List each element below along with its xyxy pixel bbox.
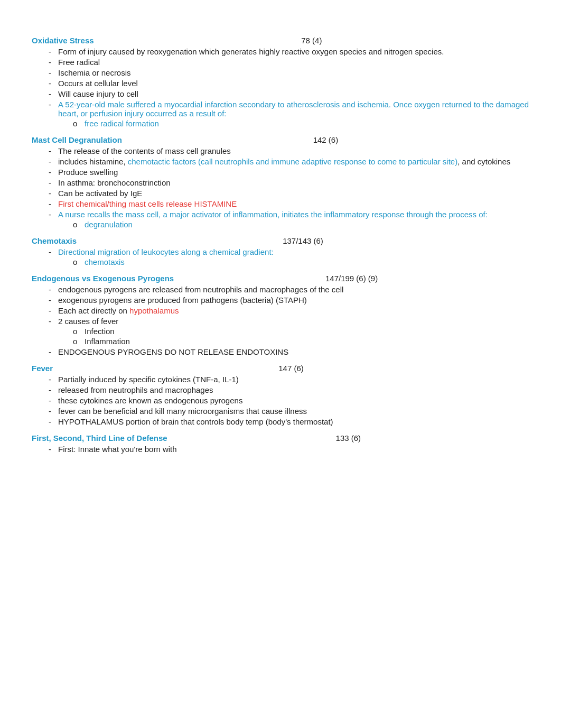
text-part: Each act directly on	[58, 306, 129, 315]
section-ref-lines-of-defense: 133 (6)	[167, 434, 529, 443]
bullet-item: HYPOTHALAMUS portion of brain that contr…	[49, 417, 529, 426]
section-title-chemotaxis: Chemotaxis	[32, 236, 77, 245]
sub-item: Inflammation	[73, 337, 529, 346]
sub-item: chemotaxis	[73, 257, 529, 266]
bullet-item: Occurs at cellular level	[49, 79, 529, 88]
bullet-item: First: Innate what you're born with	[49, 445, 529, 454]
bullet-item: Each act directly on hypothalamus	[49, 306, 529, 315]
section-header-lines-of-defense: First, Second, Third Line of Defense133 …	[32, 434, 529, 443]
bullet-text: Can be activated by IgE	[58, 189, 142, 198]
bullet-item: exogenous pyrogens are produced from pat…	[49, 296, 529, 305]
bullet-item: endogenous pyrogens are released from ne…	[49, 285, 529, 294]
bullet-text: The release of the contents of mass cell…	[58, 146, 231, 155]
sub-text: free radical formation	[85, 119, 159, 128]
bullet-text: First: Innate what you're born with	[58, 445, 177, 454]
section-title-endogenous-vs-exogenous: Endogenous vs Exogenous Pyrogens	[32, 274, 174, 283]
section-ref-endogenous-vs-exogenous: 147/199 (6) (9)	[174, 274, 529, 283]
bullet-item: Form of injury caused by reoxygenation w…	[49, 47, 529, 56]
bullet-item: First chemical/thing mast cells release …	[49, 199, 529, 208]
bullet-item: 2 causes of feverInfectionInflammation	[49, 317, 529, 346]
section-header-endogenous-vs-exogenous: Endogenous vs Exogenous Pyrogens147/199 …	[32, 274, 529, 283]
text-part: includes histamine,	[58, 157, 128, 166]
bullet-item: Produce swelling	[49, 168, 529, 177]
bullet-text: fever can be beneficial and kill many mi…	[58, 407, 307, 416]
bullet-text: Form of injury caused by reoxygenation w…	[58, 47, 444, 56]
bullet-list-chemotaxis: Directional migration of leukocytes alon…	[32, 247, 529, 266]
bullet-item: In asthma: bronchoconstrinction	[49, 178, 529, 187]
bullet-text: these cytokines are known as endogenous …	[58, 396, 242, 405]
sub-item: free radical formation	[73, 119, 529, 128]
bullet-text: ENDOGENOUS PYROGENS DO NOT RELEASE ENDOT…	[58, 347, 288, 356]
bullet-text: 2 causes of fever	[58, 317, 118, 326]
bullet-text: exogenous pyrogens are produced from pat…	[58, 296, 307, 305]
bullet-item: A nurse recalls the mass cell, a major a…	[49, 210, 529, 229]
bullet-item: Partially induced by specific cytokines …	[49, 375, 529, 384]
sub-list: free radical formation	[58, 119, 529, 128]
bullet-text: In asthma: bronchoconstrinction	[58, 178, 171, 187]
bullet-item: Directional migration of leukocytes alon…	[49, 247, 529, 266]
bullet-list-endogenous-vs-exogenous: endogenous pyrogens are released from ne…	[32, 285, 529, 356]
section-title-lines-of-defense: First, Second, Third Line of Defense	[32, 434, 167, 443]
bullet-text: Occurs at cellular level	[58, 79, 138, 88]
bullet-text: released from neutrophils and macrophage…	[58, 385, 213, 394]
bullet-text: Directional migration of leukocytes alon…	[58, 247, 274, 256]
bullet-item: includes histamine, chemotactic factors …	[49, 157, 529, 166]
text-part: , and cytokines	[457, 157, 510, 166]
bullet-item: Ischemia or necrosis	[49, 68, 529, 77]
section-title-fever: Fever	[32, 364, 53, 373]
bullet-text: A 52-year-old male suffered a myocardial…	[58, 100, 529, 118]
bullet-list-lines-of-defense: First: Innate what you're born with	[32, 445, 529, 454]
section-header-chemotaxis: Chemotaxis137/143 (6)	[32, 236, 529, 245]
bullet-item: these cytokines are known as endogenous …	[49, 396, 529, 405]
sub-list: degranulation	[58, 220, 529, 229]
bullet-item: Free radical	[49, 58, 529, 67]
bullet-item: ENDOGENOUS PYROGENS DO NOT RELEASE ENDOT…	[49, 347, 529, 356]
sub-list: InfectionInflammation	[58, 327, 529, 346]
section-ref-fever: 147 (6)	[53, 364, 529, 373]
bullet-text: First chemical/thing mast cells release …	[58, 199, 237, 208]
bullet-item: The release of the contents of mass cell…	[49, 146, 529, 155]
section-header-mast-cell-degranulation: Mast Cell Degranulation142 (6)	[32, 135, 529, 144]
bullet-text: Will cause injury to cell	[58, 89, 138, 98]
section-ref-mast-cell-degranulation: 142 (6)	[122, 135, 529, 144]
sub-text: degranulation	[85, 220, 133, 229]
sub-item: degranulation	[73, 220, 529, 229]
sub-text: Infection	[85, 327, 115, 336]
section-title-oxidative-stress: Oxidative Stress	[32, 36, 94, 45]
section-title-mast-cell-degranulation: Mast Cell Degranulation	[32, 135, 122, 144]
section-header-oxidative-stress: Oxidative Stress78 (4)	[32, 36, 529, 45]
bullet-item: Can be activated by IgE	[49, 189, 529, 198]
sub-text: Inflammation	[85, 337, 130, 346]
bullet-item: fever can be beneficial and kill many mi…	[49, 407, 529, 416]
bullet-list-oxidative-stress: Form of injury caused by reoxygenation w…	[32, 47, 529, 128]
section-ref-oxidative-stress: 78 (4)	[94, 36, 529, 45]
bullet-text: Free radical	[58, 58, 100, 67]
bullet-item: A 52-year-old male suffered a myocardial…	[49, 100, 529, 128]
section-ref-chemotaxis: 137/143 (6)	[77, 236, 529, 245]
bullet-text: Partially induced by specific cytokines …	[58, 375, 239, 384]
sub-text: chemotaxis	[85, 257, 125, 266]
bullet-text: Ischemia or necrosis	[58, 68, 131, 77]
bullet-text: A nurse recalls the mass cell, a major a…	[58, 210, 488, 219]
sub-list: chemotaxis	[58, 257, 529, 266]
section-header-fever: Fever147 (6)	[32, 364, 529, 373]
bullet-item: Will cause injury to cell	[49, 89, 529, 98]
bullet-item: released from neutrophils and macrophage…	[49, 385, 529, 394]
sub-item: Infection	[73, 327, 529, 336]
bullet-text: endogenous pyrogens are released from ne…	[58, 285, 343, 294]
bullet-list-fever: Partially induced by specific cytokines …	[32, 375, 529, 426]
text-part: chemotactic factors (call neutrophils an…	[128, 157, 457, 166]
bullet-text: HYPOTHALAMUS portion of brain that contr…	[58, 417, 333, 426]
bullet-text: Produce swelling	[58, 168, 118, 177]
bullet-list-mast-cell-degranulation: The release of the contents of mass cell…	[32, 146, 529, 229]
text-part: hypothalamus	[129, 306, 179, 315]
